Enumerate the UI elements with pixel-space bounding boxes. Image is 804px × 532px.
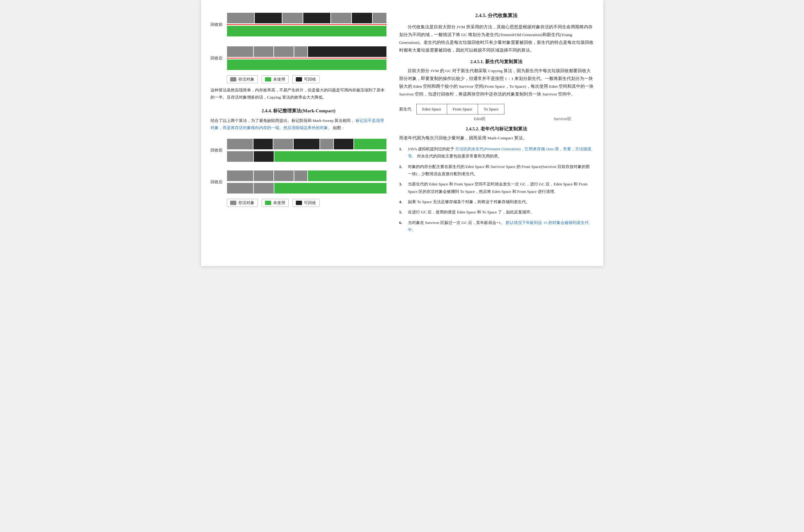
before-label: 回收前 <box>211 22 223 27</box>
eden-box: Eden Space <box>417 104 447 114</box>
redline-separator <box>227 24 387 25</box>
to-space-label: To Space <box>483 107 498 111</box>
block-gray <box>227 170 254 182</box>
after-blocks-container <box>227 46 387 70</box>
list-text-6: 当对象在 Survivor 区躲过一次 GC 后，其年龄就会+1。 默认情况下年… <box>408 219 594 234</box>
after-label: 回收后 <box>211 55 223 61</box>
red-line2 <box>227 58 387 58</box>
legend2-recyclable: 可回收 <box>292 199 319 207</box>
list-item-1: 1. JAVA 虚拟机提到过的处于 方法区的永生代(Permanet Gener… <box>399 145 594 160</box>
copying-before-diagram: 回收前 <box>211 13 387 37</box>
block-gray <box>274 170 294 182</box>
list-text-5: 在进行 GC 后，使用的便是 Eden Space 和 To Space 了，如… <box>408 208 594 215</box>
legend2-alive: 存活对象 <box>227 199 258 207</box>
list-num-6: 6. <box>399 219 405 234</box>
list-text-3: 当新生代的 Eden Space 和 From Space 空间不足时就会发生一… <box>408 180 594 195</box>
block-gray <box>282 13 303 24</box>
legend2-alive-label: 存活对象 <box>238 200 254 206</box>
list-item-6: 6. 当对象在 Survivor 区躲过一次 GC 后，其年龄就会+1。 默认情… <box>399 219 594 234</box>
desc244: 结合了以上两个算法，为了避免缺陷而提出。标记阶段和 Mark-Sweep 算法相… <box>211 117 387 132</box>
legend2: 存活对象 未使用 可回收 <box>227 199 387 207</box>
block-green <box>227 59 387 70</box>
legend2-recyclable-color <box>296 201 302 205</box>
legend1: 存活对象 未使用 可回收 <box>227 75 387 83</box>
yg-sublabels: Eden区 Survivor区 <box>428 116 594 122</box>
mc-before-row1 <box>227 138 387 150</box>
mc-before-row2 <box>227 151 387 162</box>
legend2-unused-color <box>265 201 271 205</box>
to-space-box: To Space <box>478 104 504 114</box>
legend-alive: 存活对象 <box>227 75 258 83</box>
young-gen-label: 新生代 <box>399 107 412 112</box>
list-num-5: 5. <box>399 208 405 215</box>
list-item-5: 5. 在进行 GC 后，使用的便是 Eden Space 和 To Space … <box>399 208 594 215</box>
markcompact-after-diagram: 回收后 <box>211 170 387 194</box>
block-gray <box>227 13 254 24</box>
eden-label: Eden Space <box>422 107 441 111</box>
list-num-2: 2. <box>399 163 405 178</box>
section245-title: 2.4.5. 分代收集算法 <box>399 13 594 19</box>
block-green <box>308 170 387 182</box>
mc-after-row2 <box>227 183 387 194</box>
block-black <box>254 151 274 162</box>
block-green <box>274 183 387 194</box>
eden-area-label: Eden区 <box>428 116 532 122</box>
block-gray <box>320 138 333 150</box>
block-black <box>351 13 372 24</box>
block-gray <box>294 46 308 57</box>
block-gray <box>254 170 274 182</box>
young-gen-diagram: 新生代 Eden Space From Space To Space <box>399 104 594 114</box>
block-black <box>293 138 320 150</box>
section244-title: 2.4.4. 标记整理算法(Mark-Compact) <box>211 108 387 114</box>
list6-pre: 当对象在 Survivor 区躲过一次 GC 后，其年龄就会+1。 <box>408 220 505 225</box>
legend2-unused: 未使用 <box>261 199 289 207</box>
legend-recyclable: 可回收 <box>292 75 319 83</box>
detail-list: 1. JAVA 虚拟机提到过的处于 方法区的永生代(Permanet Gener… <box>399 145 594 234</box>
legend-unused-color <box>265 77 271 81</box>
block-green <box>227 25 387 37</box>
list-text-2: 对象的内存分配主要在新生代的 Eden Space 和 Survivor Spa… <box>408 163 594 178</box>
block-green <box>354 138 387 150</box>
section2451-title: 2.4.5.1. 新生代与复制算法 <box>399 59 594 65</box>
legend-unused: 未使用 <box>261 75 289 83</box>
legend2-alive-color <box>230 201 236 205</box>
legend-unused-label: 未使用 <box>273 77 285 82</box>
list-text-1: JAVA 虚拟机提到过的处于 方法区的永生代(Permanet Generati… <box>408 145 594 160</box>
legend-recyclable-label: 可回收 <box>304 77 316 82</box>
desc244-text: 结合了以上两个算法，为了避免缺陷而提出。标记阶段和 Mark-Sweep 算法相… <box>211 118 355 123</box>
before-row1 <box>227 13 387 24</box>
block-black <box>333 138 354 150</box>
desc244-end: 如图： <box>333 126 345 130</box>
right-column: 2.4.5. 分代收集算法 分代收集法是目前大部分 JVM 所采用的方法，其核心… <box>399 13 594 253</box>
mc-before-container <box>227 138 387 162</box>
block-gray <box>331 13 351 24</box>
block-black <box>254 13 282 24</box>
mc-after-row1 <box>227 170 387 182</box>
markcompact-before-diagram: 回收前 <box>211 138 387 162</box>
legend2-unused-label: 未使用 <box>273 200 285 206</box>
block-gray <box>372 13 387 24</box>
from-space-box: From Space <box>447 104 478 114</box>
block-gray <box>274 46 294 57</box>
list1-post: 对永生代的回收主要包括废弃常量和无用的类。 <box>417 154 502 158</box>
legend2-recyclable-label: 可回收 <box>304 200 316 206</box>
block-gray <box>227 138 253 150</box>
redline-separator2 <box>227 58 387 59</box>
before-blocks-container <box>227 13 387 37</box>
legend-alive-label: 存活对象 <box>238 77 254 82</box>
list-item-2: 2. 对象的内存分配主要在新生代的 Eden Space 和 Survivor … <box>399 163 594 178</box>
survivor-area-label: Survivor区 <box>532 116 594 122</box>
before-row2 <box>227 25 387 37</box>
list-num-3: 3. <box>399 180 405 195</box>
block-gray <box>254 183 274 194</box>
legend-alive-color <box>230 77 236 81</box>
copying-after-diagram: 回收后 <box>211 46 387 70</box>
block-gray <box>227 183 254 194</box>
list1-pre: JAVA 虚拟机提到过的处于 <box>408 147 454 151</box>
list-item-3: 3. 当新生代的 Eden Space 和 From Space 空间不足时就会… <box>399 180 594 195</box>
section2452-title: 2.4.5.2. 老年代与标记复制算法 <box>399 126 594 132</box>
block-black <box>308 46 387 57</box>
block-green <box>274 151 387 162</box>
para2451: 目前大部分 JVM 的 GC 对于新生代都采取 Copying 算法，因为新生代… <box>399 67 594 98</box>
desc1: 这种算法虽然实现简单，内存效率高，不易产生碎片，但是最大的问题是可用内存被压缩到… <box>211 87 387 101</box>
